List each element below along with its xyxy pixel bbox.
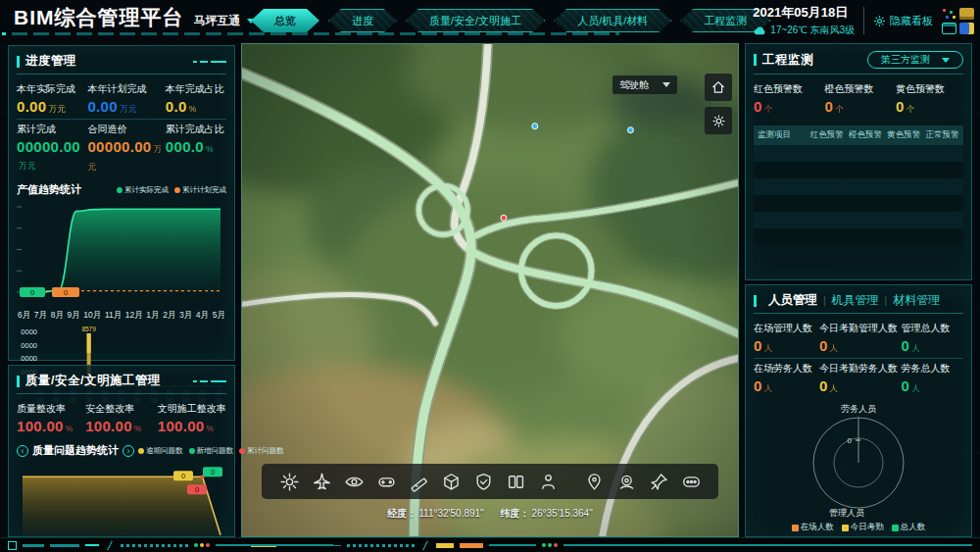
next-arrow-button[interactable]: ›: [122, 445, 134, 457]
tab-overview[interactable]: 总览: [251, 9, 319, 32]
weather-info: 17~26℃ 东南风3级: [753, 24, 855, 37]
axis-month: 11月: [105, 310, 122, 322]
flight-icon[interactable]: [308, 468, 335, 495]
legend-item: 累计计划完成: [174, 185, 226, 195]
monitor-table-body: [754, 145, 963, 245]
tab-personnel[interactable]: 人员/机具/材料: [554, 9, 671, 32]
model-icon[interactable]: [437, 468, 465, 495]
map-viewport[interactable]: 驾驶舱 经度：111°32'50.891" 纬度：26°35'15.364": [241, 43, 739, 537]
monitor-stats: 红色预警数0个橙色预警数0个黄色预警数0个: [754, 75, 963, 121]
eye-icon[interactable]: [340, 468, 368, 495]
table-row: [754, 228, 963, 245]
progress-panel-header: 进度管理: [17, 53, 226, 75]
tab-personnel-mgmt[interactable]: 人员管理: [768, 292, 817, 309]
svg-text:0: 0: [64, 288, 69, 297]
stat-onsite-managers: 在场管理人数0人: [754, 319, 819, 359]
svg-text:0: 0: [848, 436, 853, 445]
output-trend-header: 产值趋势统计 累计实际完成累计计划完成: [17, 182, 226, 197]
page-title: BIM综合管理平台: [14, 4, 184, 31]
map-settings-button[interactable]: [705, 107, 732, 134]
prev-arrow-button[interactable]: ‹: [17, 445, 28, 457]
stat-year-plan: 本年计划完成0.00万元: [87, 79, 165, 120]
measure-icon[interactable]: [405, 468, 432, 495]
date-weather: 2021年05月18日 17~26℃ 东南风3级: [753, 4, 855, 37]
cockpit-dropdown[interactable]: 驾驶舱: [612, 75, 677, 94]
axis-month: 5月: [213, 310, 225, 322]
section-accent-bar: [754, 54, 757, 66]
quality-panel-header: 质量/安全/文明施工管理: [17, 373, 226, 394]
marker-icon[interactable]: [580, 468, 608, 495]
stat-today-managers: 今日考勤管理人数0人: [819, 319, 902, 359]
controller-icon[interactable]: [372, 468, 400, 495]
hide-board-button[interactable]: 隐藏看板: [873, 14, 933, 28]
monitor-title: 工程监测: [762, 52, 813, 69]
flag-tool-icon[interactable]: [959, 23, 974, 34]
home-button[interactable]: [705, 74, 732, 101]
monitor-panel-header: 工程监测 第三方监测: [754, 51, 963, 71]
personnel-panel: 人员管理|机具管理|材料管理 在场管理人数0人今日考勤管理人数0人管理总人数0人…: [745, 284, 972, 537]
legend-item: 累计实际完成: [117, 185, 169, 195]
tab-material-mgmt[interactable]: 材料管理: [893, 292, 940, 309]
lat-label: 纬度：: [500, 508, 529, 519]
stat-year-actual: 本年实际完成0.00万元: [17, 79, 87, 120]
axis-month: 8月: [51, 310, 64, 322]
map-vignette: [242, 44, 738, 536]
legend-item: 累计问题数: [239, 446, 284, 456]
svg-text:0: 0: [181, 472, 185, 480]
stat-orange-alerts: 橙色预警数0个: [825, 79, 897, 119]
axis-month: 12月: [125, 310, 143, 322]
stat-red-alerts: 红色预警数0个: [754, 79, 825, 119]
stat-total-workers: 劳务总人数0人: [901, 359, 963, 398]
svg-text:0000: 0000: [21, 341, 37, 350]
map-toolbar: [262, 464, 718, 499]
table-row: [754, 162, 963, 178]
monitor-source-dropdown[interactable]: 第三方监测: [867, 51, 963, 69]
stat-today-workers: 今日考勤劳务人数0人: [819, 359, 902, 398]
stat-total-managers: 管理总人数0人: [901, 319, 963, 359]
table-col-4: 正常预警: [923, 129, 961, 141]
axis-month: 3月: [179, 310, 192, 322]
svg-text:管理人员: 管理人员: [829, 508, 865, 518]
tab-equipment-mgmt[interactable]: 机具管理: [832, 292, 879, 309]
scatter-tool-icon[interactable]: [942, 8, 956, 20]
quality-legend: 逾期问题数新增问题数累计问题数: [138, 446, 284, 456]
settings-icon[interactable]: [275, 468, 303, 495]
output-trend-chart: 00: [17, 199, 226, 309]
panel-tool-icon[interactable]: [942, 23, 956, 34]
axis-month: 4月: [196, 310, 209, 322]
legend-item: 总人数: [892, 522, 926, 533]
shield-icon[interactable]: [469, 468, 497, 495]
gear-icon: [873, 15, 886, 27]
layers-tool-icon[interactable]: [959, 8, 974, 20]
mini-toolbar: [942, 8, 974, 34]
axis-month: 6月: [18, 310, 30, 322]
title-dashes: [12, 32, 619, 35]
legend-item: 今日考勤: [842, 522, 884, 533]
axis-month: 1月: [146, 310, 159, 322]
pages-icon[interactable]: [502, 468, 529, 495]
stat-safety-rate: 安全整改率100.00%: [85, 399, 158, 437]
pin-icon[interactable]: [645, 468, 672, 495]
svg-text:8579: 8579: [81, 326, 96, 332]
output-trend-title: 产值趋势统计: [17, 182, 81, 197]
more-icon[interactable]: [677, 468, 705, 495]
lon-label: 经度：: [387, 508, 416, 519]
table-col-1: 红色预警: [808, 129, 846, 141]
monitor-table-head: 监测项目红色预警橙色预警黄色预警正常预警: [754, 125, 963, 145]
tab-quality[interactable]: 质量/安全/文明施工: [406, 9, 545, 32]
stat-year-ratio: 本年完成占比0.0%: [166, 79, 226, 120]
svg-text:0: 0: [195, 485, 199, 494]
person-icon[interactable]: [534, 468, 562, 495]
monitor-panel: 工程监测 第三方监测 红色预警数0个橙色预警数0个黄色预警数0个 监测项目红色预…: [745, 43, 972, 280]
tab-progress[interactable]: 进度: [328, 9, 397, 32]
brand: BIM综合管理平台 马坪互通: [14, 4, 255, 31]
weather-text: 17~26℃ 东南风3级: [770, 24, 855, 37]
table-col-0: 监测项目: [756, 129, 808, 141]
section-accent-bar: [17, 376, 20, 387]
stat-total-ratio: 累计完成占比000.0%: [166, 120, 226, 176]
project-selector[interactable]: 马坪互通: [194, 13, 255, 29]
axis-month: 9月: [67, 310, 79, 322]
camera-icon[interactable]: [612, 468, 640, 495]
output-legend: 累计实际完成累计计划完成: [117, 185, 226, 195]
svg-text:劳务人员: 劳务人员: [841, 404, 876, 414]
